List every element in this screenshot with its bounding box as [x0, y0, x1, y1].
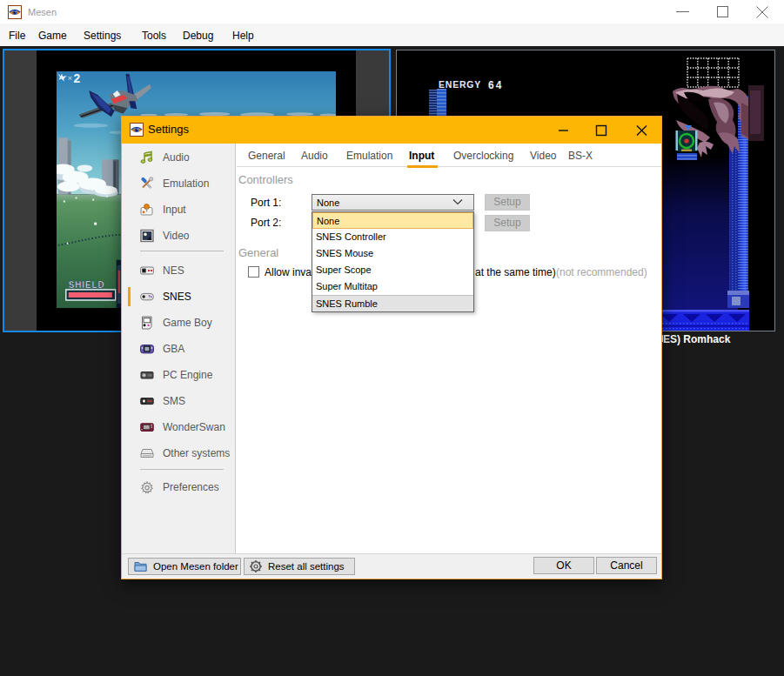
svg-text:×: ×: [68, 74, 72, 83]
svg-text:64: 64: [488, 79, 503, 91]
svg-text:SHIELD: SHIELD: [69, 280, 105, 290]
svg-text:2: 2: [74, 71, 81, 85]
svg-text:ENERGY: ENERGY: [439, 79, 481, 90]
